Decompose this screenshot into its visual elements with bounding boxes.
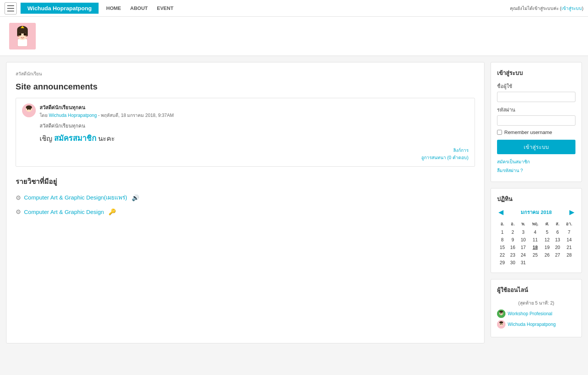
online-users-section: ผู้ใช้ออนไลน์ (สุดท้าย 5 นาที: 2) Worksh…	[491, 279, 582, 337]
svg-point-9	[18, 35, 20, 37]
ann-meta: สวัสดีค่นักเรียนทุกคน โดย Wichuda Hoprap…	[40, 104, 174, 119]
sidebar-auth-links: สมัครเป็นสมาชิก ลืมรหัสผ่าน ?	[497, 158, 575, 174]
header-area	[0, 17, 588, 56]
password-label: รหัสผ่าน	[497, 106, 575, 114]
login-button[interactable]: เข้าสู่ระบบ	[497, 140, 575, 154]
courses-title: รายวิชาที่มีอยู่	[16, 176, 475, 187]
ann-author-avatar	[22, 104, 36, 117]
cal-day-2-1[interactable]: 16	[508, 244, 518, 251]
course-item-1: ⚙ Computer Art & Graphic Design(เผยแพร่)…	[16, 193, 475, 202]
ann-author-link[interactable]: Wichuda Hoprapatpong	[49, 113, 97, 118]
login-section: เข้าสู่ระบบ ชื่อผู้ใช้ รหัสผ่าน Remember…	[491, 62, 582, 182]
cal-day-header-0: อ.	[497, 219, 508, 228]
cal-day-3-1[interactable]: 23	[508, 251, 518, 259]
svg-point-24	[500, 324, 501, 325]
course-badge-1: 🔊	[132, 194, 139, 201]
cal-day-header-5: ส.	[552, 219, 563, 228]
ann-comments-link[interactable]: อูการสนทนา (0 คำตอบ)	[22, 154, 468, 161]
calendar-section: ปฏิทิน ◀ มกราคม 2018 ▶ อ. อ. พ. พฤ. ศ. ส…	[491, 188, 582, 273]
remember-label: Remember username	[504, 129, 552, 135]
calendar-header: ◀ มกราคม 2018 ▶	[497, 208, 575, 216]
cal-day-header-6: อา.	[563, 219, 575, 228]
ann-invite-link[interactable]: สมัครสมาชิก	[54, 134, 96, 142]
cal-day-1-2[interactable]: 10	[518, 236, 529, 244]
cal-day-1-1[interactable]: 9	[508, 236, 518, 244]
cal-day-1-4[interactable]: 12	[542, 236, 553, 244]
cal-day-4-1[interactable]: 30	[508, 259, 518, 266]
username-input[interactable]	[497, 92, 575, 102]
cal-day-1-3[interactable]: 11	[529, 236, 542, 244]
cal-day-4-2[interactable]: 31	[518, 259, 529, 266]
cal-day-2-3[interactable]: 18	[529, 244, 542, 251]
ann-invite: เชิญ สมัครสมาชิก นะคะ	[40, 132, 468, 144]
nav-event[interactable]: EVENT	[157, 5, 173, 11]
cal-day-0-0[interactable]: 1	[497, 228, 508, 236]
course-link-1[interactable]: Computer Art & Graphic Design(เผยแพร่)	[24, 193, 127, 202]
cal-day-4-0[interactable]: 29	[497, 259, 508, 266]
calendar-heading: ปฏิทิน	[497, 195, 575, 204]
cal-day-header-4: ศ.	[542, 219, 553, 228]
register-link[interactable]: สมัครเป็นสมาชิก	[497, 158, 575, 165]
svg-point-7	[19, 33, 21, 36]
remember-row: Remember username	[497, 129, 575, 135]
course-link-2[interactable]: Computer Art & Graphic Design	[24, 209, 104, 215]
cal-day-0-4[interactable]: 5	[542, 228, 553, 236]
ann-footer: ลิงก์การ อูการสนทนา (0 คำตอบ)	[22, 147, 468, 161]
cal-day-1-0[interactable]: 8	[497, 236, 508, 244]
cal-day-3-4[interactable]: 26	[542, 251, 553, 259]
cal-month-year: มกราคม 2018	[521, 208, 552, 216]
cal-day-2-4[interactable]: 19	[542, 244, 553, 251]
course-item-2: ⚙ Computer Art & Graphic Design 🔑	[16, 208, 475, 215]
cal-day-3-3[interactable]: 25	[529, 251, 542, 259]
cal-day-1-5[interactable]: 13	[552, 236, 563, 244]
online-users-meta: (สุดท้าย 5 นาที: 2)	[497, 299, 575, 306]
online-user-1: Wichuda Hoprapatpong	[497, 320, 575, 329]
cal-day-0-6[interactable]: 7	[563, 228, 575, 236]
calendar-table: อ. อ. พ. พฤ. ศ. ส. อา. 12345678910111213…	[497, 219, 575, 266]
cal-day-2-6[interactable]: 21	[563, 244, 575, 251]
cal-day-4-3	[529, 259, 542, 266]
cal-day-2-5[interactable]: 20	[552, 244, 563, 251]
cal-day-0-2[interactable]: 3	[518, 228, 529, 236]
cal-next-button[interactable]: ▶	[568, 209, 575, 216]
forgot-password-link[interactable]: ลืมรหัสผ่าน ?	[497, 167, 575, 174]
cal-day-2-0[interactable]: 15	[497, 244, 508, 251]
announcements-title: Site announcements	[16, 82, 475, 92]
online-user-avatar-0	[497, 310, 505, 318]
svg-point-8	[24, 33, 26, 36]
nav-login-link[interactable]: เข้าสู่ระบบ	[561, 6, 582, 11]
svg-point-25	[502, 324, 502, 325]
svg-point-20	[502, 313, 502, 314]
cal-day-3-5[interactable]: 27	[552, 251, 563, 259]
navbar: Wichuda Hoprapatpong HOME ABOUT EVENT คุ…	[0, 0, 588, 17]
online-users-heading: ผู้ใช้ออนไลน์	[497, 286, 575, 295]
cal-day-3-2[interactable]: 24	[518, 251, 529, 259]
ann-permalink[interactable]: ลิงก์การ	[22, 147, 468, 154]
cal-day-3-0[interactable]: 22	[497, 251, 508, 259]
cal-day-4-5	[552, 259, 563, 266]
cal-prev-button[interactable]: ◀	[497, 209, 505, 216]
site-brand: Wichuda Hoprapatpong	[21, 3, 99, 14]
password-input[interactable]	[497, 115, 575, 126]
ann-header: สวัสดีค่นักเรียนทุกคน โดย Wichuda Hoprap…	[22, 104, 468, 119]
cal-day-0-1[interactable]: 2	[508, 228, 518, 236]
online-user-link-1[interactable]: Wichuda Hoprapatpong	[508, 322, 556, 327]
cal-day-1-6[interactable]: 14	[563, 236, 575, 244]
svg-point-23	[499, 321, 503, 324]
cal-day-2-2[interactable]: 17	[518, 244, 529, 251]
svg-point-15	[30, 109, 31, 110]
cal-day-header-1: อ.	[508, 219, 518, 228]
ann-by: โดย Wichuda Hoprapatpong - พฤหัสบดี, 18 …	[40, 112, 174, 119]
ann-body: สวัสดีค่นักเรียนทุกคน	[40, 122, 468, 130]
hamburger-button[interactable]	[5, 2, 17, 14]
online-users-list: Workshop ProfesionalWichuda Hoprapatpong	[497, 310, 575, 329]
nav-home[interactable]: HOME	[106, 5, 121, 11]
nav-about[interactable]: ABOUT	[130, 5, 148, 11]
avatar-svg	[9, 23, 36, 49]
online-user-link-0[interactable]: Workshop Profesional	[508, 311, 552, 316]
cal-day-0-5[interactable]: 6	[552, 228, 563, 236]
remember-checkbox[interactable]	[497, 130, 502, 135]
cal-day-3-6[interactable]: 28	[563, 251, 575, 259]
svg-point-13	[26, 105, 32, 109]
cal-day-0-3[interactable]: 4	[529, 228, 542, 236]
